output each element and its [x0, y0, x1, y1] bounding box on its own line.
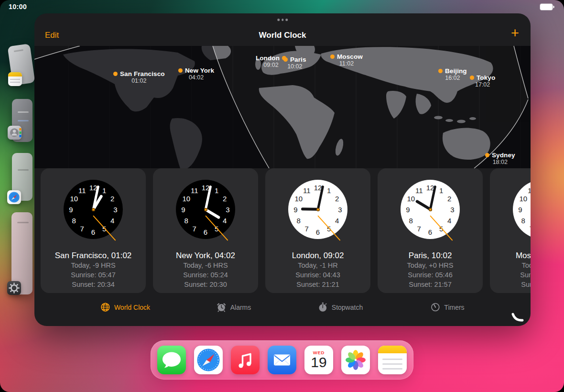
clock-card-paris[interactable]: 123456789101112 Paris, 10:02 Today, +0 H…	[378, 168, 483, 293]
safari-icon[interactable]	[7, 190, 21, 204]
clock-numeral: 9	[293, 206, 297, 214]
city-name: Tokyo	[477, 74, 495, 81]
card-sunset: Sunset: 20:34	[41, 280, 146, 289]
world-map: San Francisco01:02New York04:02London09:…	[34, 46, 531, 168]
city-dot	[178, 68, 183, 73]
safari-icon[interactable]	[194, 346, 223, 374]
clock-numeral: 2	[223, 194, 227, 202]
clock-numeral: 7	[193, 225, 196, 233]
clock-numeral: 11	[303, 186, 311, 194]
analog-clock: 123456789101112	[288, 180, 347, 239]
city-time: 18:02	[485, 159, 515, 165]
window-controls-dots[interactable]	[275, 17, 290, 23]
clock-numeral: 3	[450, 206, 454, 214]
clock-numeral: 4	[447, 217, 451, 225]
city-name: Paris	[290, 56, 306, 63]
clock-numeral: 1	[102, 186, 106, 194]
calendar-icon[interactable]: WED 19	[304, 346, 333, 374]
clock-numeral: 11	[78, 186, 86, 194]
map-city-beijing: Beijing16:02	[438, 67, 467, 81]
map-city-new-york: New York04:02	[178, 67, 214, 81]
battery-icon	[540, 4, 553, 10]
clock-numeral: 8	[72, 217, 76, 225]
city-time: 17:02	[470, 81, 495, 88]
city-time: 04:02	[178, 74, 214, 81]
notes-icon-line	[382, 368, 402, 370]
map-city-paris: Paris10:02	[283, 56, 306, 70]
clock-center-cap	[429, 208, 432, 211]
clock-numeral: 10	[294, 194, 303, 202]
settings-icon[interactable]	[7, 281, 21, 295]
photos-icon[interactable]	[341, 346, 370, 374]
timer-icon	[430, 302, 440, 312]
thumbnail-content	[18, 120, 29, 121]
city-name: San Francisco	[120, 70, 165, 77]
clock-app-window: Edit World Clock +	[34, 13, 531, 326]
analog-clock: 123456789101112	[513, 180, 531, 239]
window-resize-handle[interactable]	[511, 313, 524, 324]
card-today-offset: Today, -9 HRS	[41, 261, 146, 270]
clock-numeral: 6	[204, 228, 207, 236]
clock-numeral: 8	[409, 217, 413, 225]
clock-numeral: 7	[530, 225, 531, 233]
tab-label: Stopwatch	[332, 304, 363, 311]
tab-stopwatch[interactable]: Stopwatch	[318, 302, 363, 312]
tab-label: World Clock	[114, 304, 150, 311]
notes-icon-line	[10, 79, 20, 80]
clock-numeral: 9	[181, 206, 185, 214]
add-city-button[interactable]: +	[511, 26, 519, 40]
clock-card-london[interactable]: 123456789101112 London, 09:02 Today, -1 …	[265, 168, 370, 293]
clock-card-list: 123456789101112 San Francisco, 01:02 Tod…	[41, 168, 531, 293]
safari-compass-glyph	[7, 190, 21, 204]
card-sunrise: Sunrise: 05:46	[378, 270, 483, 280]
alarm-icon	[217, 302, 227, 312]
clock-center-cap	[92, 208, 95, 211]
clock-numeral: 11	[191, 186, 198, 194]
messages-icon[interactable]	[157, 346, 186, 374]
clock-numeral: 2	[335, 194, 339, 202]
mail-icon[interactable]	[268, 346, 296, 374]
notes-icon[interactable]	[378, 346, 407, 374]
tab-world-clock[interactable]: World Clock	[100, 302, 150, 312]
clock-numeral: 11	[415, 186, 423, 194]
city-name: London	[256, 54, 280, 62]
clock-card-moscow[interactable]: 123456789101112 Moscow, 11:02 Today, +1 …	[490, 168, 531, 293]
clock-numeral: 2	[110, 194, 114, 202]
clock-numeral: 9	[406, 206, 410, 214]
analog-clock: 123456789101112	[64, 180, 123, 239]
clock-center-cap	[316, 208, 320, 211]
card-sunrise: Sunrise: 05:47	[41, 270, 146, 280]
notes-icon-band	[8, 72, 22, 76]
clock-center-cap	[204, 208, 207, 211]
city-dot	[485, 153, 489, 157]
notes-icon-band	[378, 346, 407, 353]
city-name: Sydney	[492, 152, 515, 159]
map-city-tokyo: Tokyo17:02	[470, 74, 495, 88]
clock-card-san-francisco[interactable]: 123456789101112 San Francisco, 01:02 Tod…	[41, 168, 146, 293]
card-today-offset: Today, -1 HR	[265, 261, 370, 270]
city-dot	[113, 72, 118, 76]
card-sunset: Sunset: 21:57	[378, 280, 483, 289]
clock-card-new-york[interactable]: 123456789101112 New York, 04:02 Today, -…	[153, 168, 258, 293]
clock-numeral: 7	[417, 225, 421, 233]
clock-numeral: 1	[327, 186, 331, 194]
clock-numeral: 8	[521, 217, 525, 225]
music-icon[interactable]	[231, 346, 260, 374]
notes-icon-line	[382, 363, 402, 365]
notes-icon[interactable]	[8, 72, 22, 86]
city-time: 09:02	[256, 62, 286, 68]
clock-numeral: 7	[80, 225, 84, 233]
contacts-person-glyph	[8, 126, 22, 140]
tab-timers[interactable]: Timers	[430, 302, 464, 312]
clock-numeral: 3	[113, 206, 117, 214]
contacts-icon[interactable]	[8, 126, 22, 140]
thumbnail-content	[17, 222, 29, 223]
photos-flower-glyph	[341, 346, 370, 374]
stopwatch-icon	[318, 302, 328, 312]
card-today-offset: Today, +0 HRS	[378, 261, 483, 270]
tab-alarms[interactable]: Alarms	[217, 302, 251, 312]
tab-label: Timers	[444, 304, 464, 311]
clock-numeral: 11	[528, 186, 531, 194]
globe-icon	[100, 302, 110, 312]
analog-clock: 123456789101112	[176, 180, 235, 239]
